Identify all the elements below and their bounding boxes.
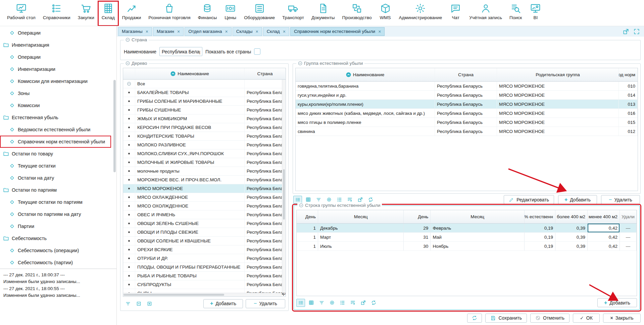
sidebar-item[interactable]: Остатки по партиям [0,184,116,196]
expand-all-icon[interactable] [145,299,154,308]
toolbar-item[interactable]: Продажи [118,1,145,26]
open-in-window-icon[interactable] [623,28,629,35]
numbered-list-icon[interactable] [335,196,344,204]
show-all-countries-checkbox[interactable] [254,48,260,55]
table-row[interactable]: куры,кролики(кр/полим.пленки) Республика… [296,100,638,109]
tree-row[interactable]: КОНДИТЕРСКИЕ ТОВАРЫ Республика Беларусь [123,132,286,141]
tree-row[interactable]: МОЛОКО РАЗЛИВНОЕ Республика Беларусь [123,141,286,149]
close-icon[interactable]: × [283,29,286,34]
refresh-icon[interactable] [369,299,378,307]
delete-row-dash[interactable]: — [620,233,637,241]
tree-row[interactable]: ГРИБЫ СУШЕННЫЕ Республика Беларусь [123,106,286,114]
toolbar-item[interactable]: Рабочий стол [3,1,39,26]
column-header-country[interactable]: Страна [435,68,497,81]
close-button[interactable]: × Закрыть [603,314,641,323]
cancel-button[interactable]: Отменить [530,314,569,323]
close-icon[interactable]: × [177,29,180,34]
toolbar-item[interactable]: Администрирование [395,1,446,26]
tree-row[interactable]: МЯСО ОХОЛЖДЕННОЕ Республика Беларусь [123,202,286,211]
scrollbar-thumb[interactable] [113,80,116,172]
column-header-country[interactable]: Страна [245,68,286,79]
tree-row[interactable]: ОВОЩИ ЗЕЛЕНЬ СУШЕНЫЕ Республика Беларусь [123,219,286,228]
sidebar-item[interactable]: Ведомости естественной убыли [0,124,116,136]
filter-icon[interactable] [317,299,326,307]
tree-row[interactable]: ГРИБЫ СОЛЕНЫЕ И МАРИНОВАННЫЕ Республика … [123,97,286,106]
add-button[interactable]: +Добавить [203,299,243,308]
tree-row[interactable]: ОТРУБИ И ДР. Республика Беларусь [123,254,286,263]
tab[interactable]: Магазины × [118,27,152,36]
tab[interactable]: Склад × [263,27,289,36]
collapse-icon[interactable] [126,38,130,42]
sidebar-item[interactable]: Зоны [0,87,116,99]
scrollbar-thumb[interactable] [283,169,285,220]
table-row[interactable]: гуси,утки,индейки и др. Республика Белар… [296,91,638,100]
column-header-name[interactable]: Наименование [135,68,245,79]
column-header-month1[interactable]: Месяц [318,210,404,223]
sidebar-item[interactable]: Операции [0,51,116,63]
view-list-icon[interactable] [293,196,302,204]
maximize-icon[interactable] [633,28,640,35]
tree-row[interactable]: МЯСО ОХЛАЖДЕННОЕ Республика Беларусь [123,193,286,202]
tree-row[interactable]: ОВЕС И ЯЧМЕНЬ Республика Беларусь [123,211,286,219]
view-table-icon[interactable] [307,299,315,307]
column-header-parent-group[interactable]: Родительская группа [497,68,619,81]
delete-row-dash[interactable]: — [620,224,637,232]
sidebar-item[interactable]: Остатки на дату [0,172,116,184]
sidebar-item[interactable]: Комиссии [0,99,116,111]
sidebar-item[interactable]: Текущие остатки по партиям [0,196,116,208]
tree-row[interactable]: МЯСО МОРОЖЕНОЕ Республика Беларусь [123,184,286,193]
tab[interactable]: Магазин × [153,27,184,36]
toolbar-item[interactable]: Цены [220,1,240,26]
table-row[interactable]: 1 Декабрь 29 Февраль 0,19 0,39 0,42 — [297,224,637,233]
column-header-code[interactable]: Код норм [619,68,638,81]
collapse-icon[interactable] [126,61,130,65]
filter-icon[interactable] [314,196,323,204]
table-row[interactable]: мясо диких животных (кабана, медведя, ло… [296,109,638,118]
toolbar-item[interactable]: Транспорт [279,1,308,26]
settings-icon[interactable] [325,196,333,204]
toolbar-item[interactable]: BI [526,1,545,26]
column-header-under-400[interactable]: менее 400 м2 [588,210,620,223]
close-icon[interactable]: × [225,29,228,34]
sort-list-icon[interactable] [348,299,357,307]
vertical-scrollbar[interactable] [282,80,286,293]
tree-row[interactable]: КЕРОСИН ПРИ ПРОДАЖЕ ВЕСОВ Республика Бел… [123,123,286,132]
tree-row[interactable]: ОРЕХИ ВСЯКИЕ Республика Беларусь [123,245,286,254]
tree-row[interactable]: ПЛОДЫ, ОВОЩИ И ГРИБЫ ПЕРЕРАБОТАННЫЕ Респ… [123,263,286,272]
close-icon[interactable]: × [255,29,258,34]
delete-button[interactable]: −Удалить [601,195,640,204]
toolbar-item[interactable]: Склад [98,1,118,26]
table-row[interactable]: мясо птицы в полимер.пленке Республика Б… [296,118,638,127]
sidebar-item[interactable]: Текущие остатки [0,160,116,172]
ok-button[interactable]: ✓ ОК [573,314,600,323]
sidebar-scrollbar[interactable] [113,26,116,268]
scrollbar-thumb[interactable] [123,294,224,296]
tree-row[interactable]: МОЛОКО,СЛИВКИ СУХ.,ЯИЧ.ПОРОШОК Республик… [123,149,286,158]
sidebar-item[interactable]: Справочник норм естественной убыли [0,136,111,148]
toolbar-item[interactable]: Закупки [74,1,98,26]
toolbar-item[interactable]: Документы [308,1,339,26]
sidebar-item[interactable]: Остатки по товару [0,148,116,160]
sidebar-item[interactable]: Себестоимость (операции) [0,244,116,257]
tree-row[interactable]: МОЛОЧНЫЕ И ЖИРОВЫЕ ТОВАРЫ Республика Бел… [123,158,286,167]
country-name-input[interactable] [159,47,202,56]
tree-row[interactable]: РЫБА И РЫБНЫЕ ТОВАРЫ Республика Беларусь [123,272,286,280]
toolbar-item[interactable]: Чат [446,1,465,26]
toolbar-item[interactable]: Производство [339,1,376,26]
column-header-delete[interactable]: Удали [620,210,637,223]
toolbar-item[interactable]: Учётная запись [465,1,506,26]
edit-button[interactable]: Редактировать [504,195,554,204]
sidebar-item[interactable]: Себестоимость (партии) [0,257,116,269]
toolbar-item[interactable]: WMS [376,1,395,26]
add-button[interactable]: +Добавить [558,195,597,204]
toolbar-item[interactable]: Розничная торговля [145,1,194,26]
save-button[interactable]: Сохранить [485,314,527,323]
sidebar-item[interactable]: Партии [0,220,116,232]
refresh-button[interactable] [467,314,482,323]
sidebar-item[interactable]: Инвентаризации [0,63,116,75]
toolbar-item[interactable]: Поиск [506,1,526,26]
view-table-icon[interactable] [304,196,312,204]
sort-list-icon[interactable] [345,196,354,204]
tree-row[interactable]: ОВОЩИ И ПЛОДЫ СВЕЖИЕ Республика Беларусь [123,228,286,237]
sidebar-item[interactable]: Комиссии для инвентаризации [0,75,116,87]
